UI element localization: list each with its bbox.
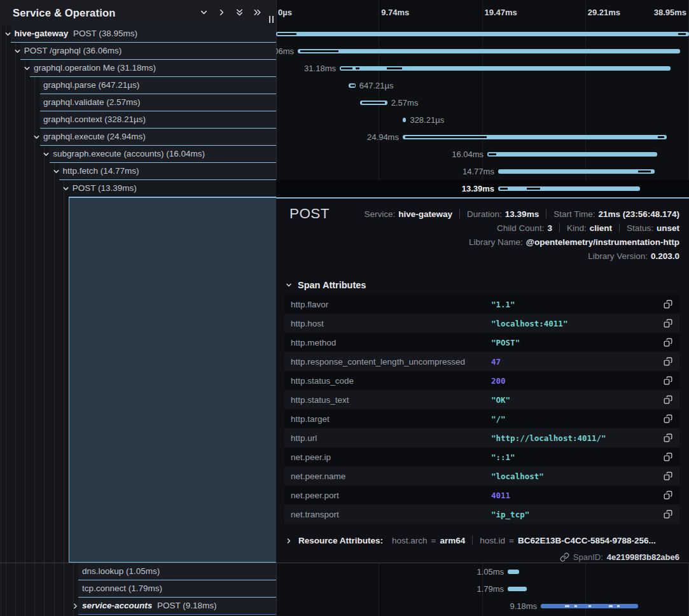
timeline-row[interactable]: 2.57ms — [276, 94, 689, 111]
tree-row[interactable]: graphql.validate (2.57ms) — [0, 94, 276, 111]
chevron-down-icon[interactable] — [199, 8, 209, 18]
chevron-right-icon[interactable] — [71, 602, 80, 610]
copy-icon[interactable] — [664, 452, 672, 461]
span-duration-label: 1.79ms — [477, 580, 504, 598]
attribute-value: 4011 — [491, 491, 510, 500]
timeline-row[interactable]: 9.18ms — [276, 598, 689, 615]
timeline-row[interactable]: 13.39ms — [276, 180, 689, 197]
double-chevron-right-icon[interactable] — [253, 8, 263, 18]
span-name-label: http.fetch (14.77ms) — [63, 163, 139, 179]
stat-separator — [559, 223, 560, 232]
attribute-key: http.target — [284, 414, 491, 424]
detail-overview: Service:hive-gatewayDuration:13.39msStar… — [364, 207, 679, 263]
span-name-label: subgraph.execute (accounts) (16.04ms) — [53, 146, 205, 162]
span-duration-label: 9.18ms — [510, 598, 537, 615]
tree-row[interactable]: service-accounts POST (9.18ms) — [0, 598, 276, 615]
span-bar[interactable] — [487, 152, 657, 157]
panel-resize-handle[interactable] — [268, 16, 275, 23]
copy-icon[interactable] — [664, 472, 672, 480]
span-bar[interactable] — [508, 587, 527, 591]
attribute-row: http.status_code200 — [284, 371, 679, 390]
child-span-mark — [341, 67, 352, 69]
span-name-label: graphql.validate (2.57ms) — [43, 94, 140, 111]
copy-icon[interactable] — [664, 491, 672, 500]
timeline-row[interactable]: 1.79ms — [276, 580, 689, 598]
detail-row-left-fill — [69, 197, 276, 563]
stat-label: Child Count: — [497, 223, 544, 233]
tree-row[interactable]: graphql.execute (24.94ms) — [0, 129, 276, 146]
span-bar[interactable] — [498, 186, 640, 191]
detail-bottom-divider — [0, 563, 689, 563]
tree-row[interactable]: subgraph.execute (accounts) (16.04ms) — [0, 146, 276, 163]
timeline-row[interactable]: 328.21µs — [276, 111, 689, 129]
timeline-tick: 0µs — [278, 0, 292, 25]
span-bar[interactable] — [403, 135, 667, 139]
copy-icon[interactable] — [664, 433, 672, 442]
timeline-row[interactable]: 16.04ms — [276, 146, 689, 163]
copy-icon[interactable] — [664, 300, 672, 309]
operation-name: POST (38.95ms) — [73, 29, 137, 38]
tree-row[interactable]: POST /graphql (36.06ms) — [0, 43, 276, 60]
chevron-down-icon[interactable] — [4, 30, 12, 38]
timeline-row[interactable]: 1.05ms — [276, 563, 689, 580]
resource-attributes-title: Resource Attributes: — [298, 536, 383, 545]
tree-row[interactable]: dns.lookup (1.05ms) — [0, 563, 276, 580]
tree-row[interactable]: graphql.operation Me (31.18ms) — [0, 60, 276, 77]
span-bar[interactable] — [541, 604, 638, 608]
tree-row[interactable]: POST (13.39ms) — [0, 180, 276, 197]
chevron-down-icon[interactable] — [32, 133, 41, 141]
chevron-down-icon[interactable] — [52, 167, 60, 176]
copy-icon[interactable] — [664, 376, 672, 385]
span-duration-label: 328.21µs — [410, 111, 444, 129]
copy-icon[interactable] — [664, 338, 672, 347]
attribute-key: net.peer.port — [284, 491, 491, 500]
copy-icon[interactable] — [664, 510, 672, 519]
tree-row[interactable]: hive-gateway POST (38.95ms) — [0, 25, 276, 43]
timeline-row[interactable]: 647.21µs — [276, 77, 689, 94]
double-chevron-down-icon[interactable] — [235, 8, 245, 18]
chevron-down-icon[interactable] — [13, 47, 22, 55]
copy-icon[interactable] — [664, 357, 672, 366]
chevron-down-icon[interactable] — [62, 185, 70, 193]
chevron-down-icon[interactable] — [23, 64, 31, 73]
stat-label: Duration: — [467, 209, 502, 219]
attribute-key: net.peer.ip — [284, 452, 491, 462]
resource-attributes-toggle[interactable]: Resource Attributes: host.arch=arm64host… — [285, 533, 656, 547]
child-span-mark — [356, 67, 359, 69]
span-bar[interactable] — [508, 570, 519, 574]
tree-row[interactable]: tcp.connect (1.79ms) — [0, 580, 276, 598]
span-detail-panel: POST Service:hive-gatewayDuration:13.39m… — [276, 197, 689, 563]
tree-row[interactable]: graphql.context (328.21µs) — [0, 111, 276, 129]
child-span-mark — [351, 85, 355, 87]
timeline-row[interactable]: 14.77ms — [276, 163, 689, 180]
span-bar[interactable] — [276, 32, 689, 36]
span-bar[interactable] — [498, 169, 655, 174]
tree-row[interactable]: http.fetch (14.77ms) — [0, 163, 276, 180]
span-bar[interactable] — [298, 49, 680, 53]
span-bar[interactable] — [403, 118, 407, 122]
stat-value: 21ms (23:56:48.174) — [598, 209, 679, 219]
span-bar[interactable] — [349, 83, 356, 88]
span-bar[interactable] — [340, 66, 671, 71]
copy-icon[interactable] — [664, 395, 672, 404]
span-attributes-toggle[interactable]: Span Attributes — [285, 280, 366, 290]
span-bar[interactable] — [360, 101, 387, 105]
child-span-mark — [609, 605, 613, 607]
timeline-row[interactable]: 36.06ms — [276, 43, 689, 60]
chevron-right-icon[interactable] — [217, 8, 227, 18]
timeline-tick: 29.21ms — [588, 0, 620, 25]
child-span-mark — [638, 171, 651, 172]
operation-name: graphql.validate (2.57ms) — [43, 97, 140, 107]
timeline-row[interactable]: 24.94ms — [276, 129, 689, 146]
timeline-row[interactable]: 31.18ms — [276, 60, 689, 77]
copy-icon[interactable] — [664, 414, 672, 423]
panel-title: Service & Operation — [13, 0, 116, 25]
operation-name: dns.lookup (1.05ms) — [82, 566, 160, 576]
attribute-key: http.response_content_length_uncompresse… — [284, 357, 491, 367]
timeline-row[interactable] — [276, 25, 689, 43]
tree-row[interactable]: graphql.parse (647.21µs) — [0, 77, 276, 94]
span-name-label: graphql.operation Me (31.18ms) — [34, 60, 156, 76]
link-icon[interactable] — [560, 552, 569, 562]
chevron-down-icon[interactable] — [42, 150, 50, 158]
copy-icon[interactable] — [664, 319, 672, 328]
